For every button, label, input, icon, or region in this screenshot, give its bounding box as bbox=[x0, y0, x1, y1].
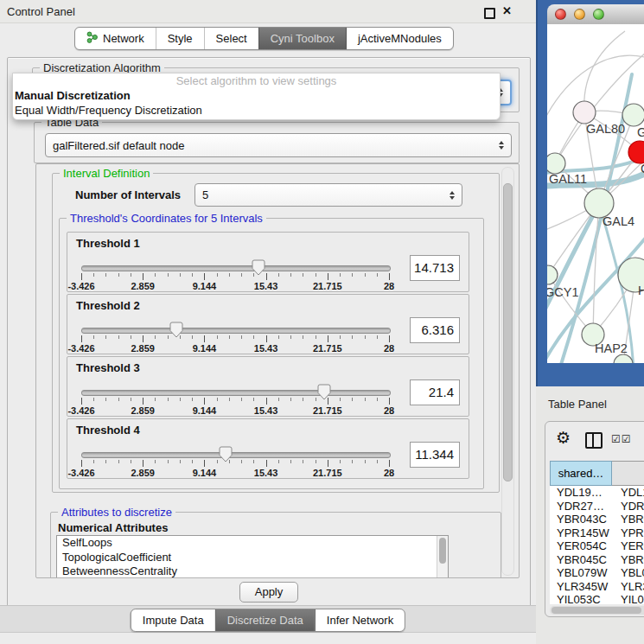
cell-name[interactable]: YDR2 bbox=[612, 500, 644, 513]
cell-shared-name[interactable]: YIL053C bbox=[550, 593, 612, 604]
tick-mark bbox=[316, 273, 316, 277]
slider-tick-labels: -3.4262.8599.14415.4321.71528 bbox=[81, 468, 389, 478]
cell-shared-name[interactable]: YDL19… bbox=[550, 486, 612, 500]
cell-shared-name[interactable]: YBR043C bbox=[550, 513, 612, 526]
threshold-slider-track[interactable] bbox=[81, 452, 391, 458]
table-row[interactable]: YLR345WYLR3 bbox=[550, 580, 644, 594]
tick-mark bbox=[389, 273, 390, 280]
zoom-traffic-light-icon[interactable] bbox=[593, 9, 604, 20]
tick-label: 2.859 bbox=[131, 343, 155, 354]
tab-infer-network[interactable]: Infer Network bbox=[315, 609, 405, 631]
cell-name[interactable]: YBL0 bbox=[612, 566, 644, 580]
tick-label: -3.426 bbox=[67, 281, 94, 291]
threshold-value-field[interactable]: 21.4 bbox=[410, 379, 460, 405]
option-equal-width-frequency[interactable]: Equal Width/Frequency Discretization bbox=[13, 103, 500, 118]
tab-jactivemnodules[interactable]: jActiveMNodules bbox=[346, 28, 453, 49]
table-row[interactable]: YBL079WYBL0 bbox=[550, 566, 644, 580]
attributes-list-scrollbar[interactable] bbox=[437, 536, 448, 577]
table-row[interactable]: YBR045CYBR0 bbox=[550, 553, 644, 567]
table-rows[interactable]: YDL19…YDL1YDR27…YDR2YBR043CYBR0YPR145WYP… bbox=[550, 486, 644, 604]
network-node-gal4[interactable] bbox=[584, 188, 614, 218]
tick-mark bbox=[81, 335, 82, 342]
select-columns-icon[interactable]: ☑☑ bbox=[611, 433, 632, 445]
threshold-value-field[interactable]: 14.713 bbox=[410, 255, 460, 281]
gear-icon[interactable]: ⚙ bbox=[556, 429, 571, 448]
cell-shared-name[interactable]: YDR27… bbox=[550, 500, 612, 513]
column-header-shared-name[interactable]: shared… bbox=[550, 461, 612, 486]
option-manual-discretization[interactable]: Manual Discretization bbox=[13, 88, 500, 103]
control-panel-tabs: Network Style Select Cyni Toolbox jActiv… bbox=[74, 27, 454, 50]
table-row[interactable]: YPR145WYPR1 bbox=[550, 526, 644, 540]
attribute-list-item[interactable]: TopologicalCoefficient bbox=[57, 551, 448, 565]
numerical-attributes-list[interactable]: SelfLoopsTopologicalCoefficientBetweenne… bbox=[56, 535, 449, 578]
close-traffic-light-icon[interactable] bbox=[555, 9, 566, 20]
number-of-intervals-combobox[interactable]: 5 bbox=[194, 183, 462, 207]
tick-mark bbox=[217, 460, 218, 463]
tick-mark bbox=[118, 460, 119, 463]
tick-mark bbox=[290, 398, 291, 401]
numerical-attributes-heading: Numerical Attributes bbox=[58, 521, 168, 534]
network-node-gal80[interactable] bbox=[573, 101, 596, 124]
table-row[interactable]: YER054CYER0 bbox=[550, 539, 644, 553]
cell-shared-name[interactable]: YBL079W bbox=[550, 566, 612, 580]
panel-vertical-scrollbar[interactable] bbox=[501, 167, 514, 576]
cell-shared-name[interactable]: YPR145W bbox=[550, 526, 612, 540]
table-row[interactable]: YDR27…YDR2 bbox=[550, 500, 644, 513]
scrollbar-thumb[interactable] bbox=[552, 607, 641, 614]
cell-name[interactable]: YLR3 bbox=[612, 580, 644, 594]
cell-shared-name[interactable]: YBR045C bbox=[550, 553, 612, 567]
minimize-traffic-light-icon[interactable] bbox=[574, 9, 585, 20]
tab-network[interactable]: Network bbox=[75, 28, 156, 49]
attribute-list-item[interactable]: BetweennessCentrality bbox=[57, 564, 448, 578]
split-columns-icon[interactable] bbox=[585, 432, 603, 449]
cell-name[interactable]: YBR0 bbox=[612, 553, 644, 567]
tab-style[interactable]: Style bbox=[156, 28, 204, 49]
apply-button[interactable]: Apply bbox=[239, 582, 298, 603]
threshold-slider-track[interactable] bbox=[81, 390, 391, 396]
tick-mark bbox=[316, 398, 316, 401]
tab-discretize-data[interactable]: Discretize Data bbox=[215, 609, 315, 631]
cell-name[interactable]: YDL1 bbox=[612, 486, 644, 500]
threshold-value-field[interactable]: 6.316 bbox=[410, 317, 460, 343]
table-row[interactable]: YIL053CYIL0 bbox=[550, 593, 644, 604]
network-node-gal80-neighbor[interactable] bbox=[622, 104, 644, 126]
tick-mark bbox=[377, 335, 378, 339]
network-view-canvas[interactable]: GAL80GACGAL11GAL4GCY1HHAP2 bbox=[547, 24, 644, 363]
scrollbar-thumb[interactable] bbox=[503, 183, 513, 481]
tick-mark bbox=[278, 460, 279, 463]
threshold-value-field[interactable]: 11.344 bbox=[410, 442, 460, 468]
tick-mark bbox=[377, 398, 378, 401]
threshold-slider-track[interactable] bbox=[81, 328, 391, 334]
network-node-gal11[interactable] bbox=[547, 153, 565, 174]
network-node-bottom-node[interactable] bbox=[614, 354, 633, 363]
float-window-icon[interactable] bbox=[484, 8, 495, 19]
threshold-panel: Threshold 1 -3.4262.8599.14415.4321.7152… bbox=[67, 232, 469, 292]
table-row[interactable]: YDL19…YDL1 bbox=[550, 486, 644, 500]
cell-name[interactable]: YIL0 bbox=[612, 593, 644, 604]
tab-impute-data[interactable]: Impute Data bbox=[131, 609, 215, 631]
cell-shared-name[interactable]: YER054C bbox=[550, 539, 612, 553]
tick-mark bbox=[340, 273, 341, 277]
table-data-combobox[interactable]: galFiltered.sif default node bbox=[45, 133, 512, 157]
window-title: Control Panel bbox=[7, 5, 75, 18]
table-row[interactable]: YBR043CYBR0 bbox=[550, 513, 644, 526]
tick-mark bbox=[204, 460, 205, 467]
cell-name[interactable]: YER0 bbox=[612, 539, 644, 553]
tick-mark bbox=[316, 460, 316, 463]
network-window-titlebar[interactable] bbox=[547, 4, 644, 25]
network-node-gcy1[interactable] bbox=[547, 265, 558, 284]
cell-name[interactable]: YBR0 bbox=[612, 513, 644, 526]
threshold-panel: Threshold 3 -3.4262.8599.14415.4321.7152… bbox=[67, 356, 469, 417]
threshold-slider-track[interactable] bbox=[81, 265, 391, 271]
tab-select[interactable]: Select bbox=[204, 28, 258, 49]
cell-shared-name[interactable]: YLR345W bbox=[550, 580, 612, 594]
tick-mark bbox=[328, 460, 328, 467]
close-icon[interactable]: ✕ bbox=[502, 4, 512, 17]
attribute-list-item[interactable]: SelfLoops bbox=[57, 536, 448, 551]
cell-name[interactable]: YPR1 bbox=[612, 526, 644, 540]
slider-ticks bbox=[81, 273, 389, 281]
tab-cyni-toolbox[interactable]: Cyni Toolbox bbox=[258, 28, 346, 49]
column-header-name[interactable]: na bbox=[612, 461, 644, 486]
table-horizontal-scrollbar[interactable] bbox=[550, 606, 644, 615]
tick-label: 28 bbox=[384, 281, 394, 291]
